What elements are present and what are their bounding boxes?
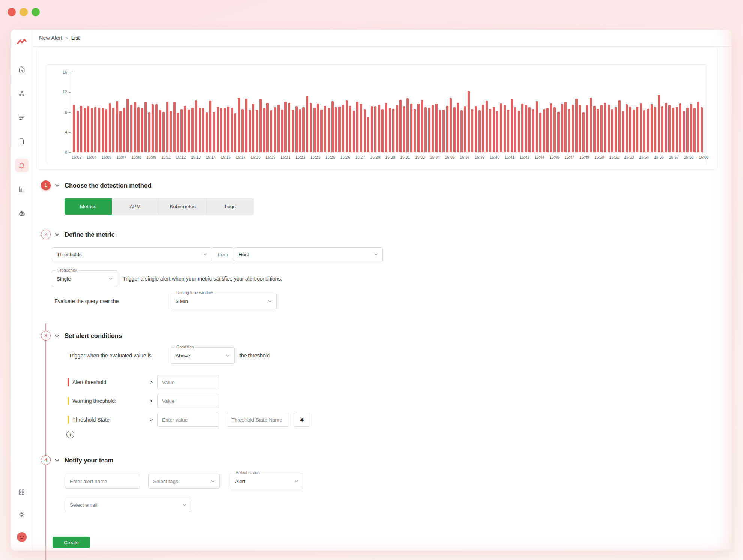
chart-bar[interactable] xyxy=(299,109,301,152)
chart-bar[interactable] xyxy=(406,98,409,152)
chart-bar[interactable] xyxy=(496,111,498,152)
chart-bar[interactable] xyxy=(356,102,358,152)
sidebar-item-home[interactable] xyxy=(15,63,29,76)
frequency-select[interactable]: Frequency Single xyxy=(52,270,117,287)
close-window-button[interactable] xyxy=(8,8,16,16)
chart-bar[interactable] xyxy=(618,100,621,152)
chart-bar[interactable] xyxy=(346,100,348,152)
rolling-window-select[interactable]: Rolling time window 5 Min xyxy=(171,293,277,309)
chart-bar[interactable] xyxy=(73,105,75,152)
chart-bar[interactable] xyxy=(600,105,603,152)
chart-bar[interactable] xyxy=(683,111,685,152)
chart-bar[interactable] xyxy=(568,109,570,152)
chart-bar[interactable] xyxy=(162,112,165,152)
chart-bar[interactable] xyxy=(701,107,703,152)
tab-kubernetes[interactable]: Kubernetes xyxy=(159,198,207,215)
chart-bar[interactable] xyxy=(604,103,606,152)
chart-bar[interactable] xyxy=(364,109,366,152)
chart-bar[interactable] xyxy=(80,106,82,152)
zoom-window-button[interactable] xyxy=(32,8,40,16)
chart-bar[interactable] xyxy=(575,99,578,152)
chart-bar[interactable] xyxy=(266,103,269,152)
chart-bar[interactable] xyxy=(141,108,143,152)
chart-bar[interactable] xyxy=(87,106,89,152)
chart-bar[interactable] xyxy=(457,103,459,152)
chart-bar[interactable] xyxy=(672,108,674,152)
chart-bar[interactable] xyxy=(417,104,420,152)
chart-bar[interactable] xyxy=(435,104,438,152)
chart-bar[interactable] xyxy=(284,102,287,152)
chart-bar[interactable] xyxy=(281,110,283,152)
chart-bar[interactable] xyxy=(629,107,631,152)
chart-bar[interactable] xyxy=(453,107,456,152)
chart-bar[interactable] xyxy=(489,109,491,152)
chart-bar[interactable] xyxy=(324,106,326,152)
chart-bar[interactable] xyxy=(654,107,656,152)
chart-bar[interactable] xyxy=(137,107,140,152)
chart-bar[interactable] xyxy=(626,104,628,152)
chart-bar[interactable] xyxy=(615,107,617,152)
chart-bar[interactable] xyxy=(188,110,190,152)
chart-bar[interactable] xyxy=(155,104,158,152)
chart-bar[interactable] xyxy=(486,101,488,152)
chart-bar[interactable] xyxy=(471,109,473,152)
chart-bar[interactable] xyxy=(439,110,441,152)
chart-bar[interactable] xyxy=(335,107,337,152)
chart-bar[interactable] xyxy=(389,108,391,152)
chart-bar[interactable] xyxy=(414,109,416,152)
chart-bar[interactable] xyxy=(274,107,276,152)
create-button[interactable]: Create xyxy=(53,537,90,548)
chart-bar[interactable] xyxy=(557,112,560,152)
chart-bar[interactable] xyxy=(98,108,100,152)
alert-name-input[interactable] xyxy=(65,474,140,489)
chart-bar[interactable] xyxy=(310,103,312,152)
chart-bar[interactable] xyxy=(686,108,689,152)
sidebar-item-alerts[interactable] xyxy=(15,159,29,172)
chart-bar[interactable] xyxy=(374,106,376,152)
chart-bar[interactable] xyxy=(166,102,168,152)
add-threshold-button[interactable]: + xyxy=(66,431,74,438)
chart-bar[interactable] xyxy=(217,107,219,152)
chart-bar[interactable] xyxy=(493,107,495,152)
chart-bar[interactable] xyxy=(342,105,344,152)
chart-bar[interactable] xyxy=(525,105,527,152)
chart-bar[interactable] xyxy=(177,113,179,152)
chart-bar[interactable] xyxy=(464,106,466,152)
sidebar-item-bot[interactable] xyxy=(15,207,29,220)
tab-metrics[interactable]: Metrics xyxy=(65,198,112,215)
chart-bar[interactable] xyxy=(84,108,86,152)
chart-bar[interactable] xyxy=(134,102,136,152)
remove-threshold-button[interactable]: ✖ xyxy=(294,413,310,427)
chart-bar[interactable] xyxy=(633,110,635,152)
chart-bar[interactable] xyxy=(245,99,247,152)
chart-bar[interactable] xyxy=(349,106,351,152)
chart-bar[interactable] xyxy=(170,111,172,152)
chart-bar[interactable] xyxy=(306,96,308,152)
tags-select[interactable]: Select tags xyxy=(148,474,220,489)
chart-bar[interactable] xyxy=(611,109,613,152)
chart-bar[interactable] xyxy=(482,105,484,152)
chart-bar[interactable] xyxy=(231,108,233,152)
chart-bar[interactable] xyxy=(199,108,201,152)
chart-bar[interactable] xyxy=(360,104,362,152)
metric-source-select[interactable]: Host xyxy=(234,247,383,261)
chart-bar[interactable] xyxy=(378,105,380,152)
chart-bar[interactable] xyxy=(546,108,549,152)
chart-bar[interactable] xyxy=(679,103,681,152)
chart-bar[interactable] xyxy=(532,109,534,152)
chart-bar[interactable] xyxy=(668,105,671,152)
chart-bar[interactable] xyxy=(202,108,204,152)
chart-bar[interactable] xyxy=(593,106,596,152)
condition-select[interactable]: Condition Above xyxy=(171,347,235,364)
chart-bar[interactable] xyxy=(123,108,125,152)
chart-bar[interactable] xyxy=(446,106,448,152)
chart-bar[interactable] xyxy=(550,103,552,152)
chart-bar[interactable] xyxy=(320,110,323,152)
sidebar-item-apps[interactable] xyxy=(15,485,29,499)
chart-bar[interactable] xyxy=(428,108,430,152)
email-select[interactable]: Select email xyxy=(65,498,191,512)
status-select[interactable]: Select status Alert xyxy=(230,473,303,489)
chart-bar[interactable] xyxy=(442,110,445,152)
alert-threshold-input[interactable] xyxy=(157,375,219,389)
chart-bar[interactable] xyxy=(403,106,405,152)
